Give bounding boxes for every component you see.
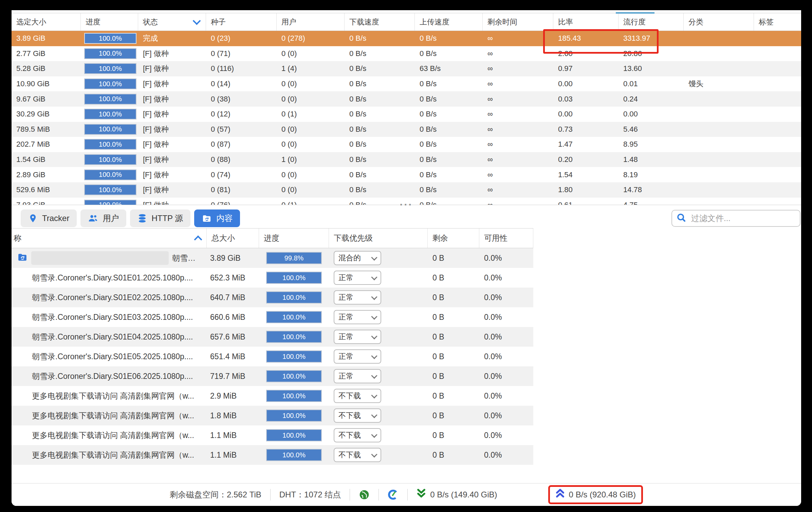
column-header-eta[interactable]: 剩余时间 <box>483 13 553 31</box>
tab-peers[interactable]: 用户 <box>80 209 126 227</box>
splitter-handle-icon[interactable]: ··· <box>400 199 413 211</box>
file-row-root-folder[interactable]: 朝雪… 3.89 GiB 99.8% 混合的 0 B 0.0% <box>12 248 533 268</box>
chevron-down-icon <box>371 353 377 359</box>
torrent-row[interactable]: 529.6 MiB 100.0% [F] 做种 0 (81) 0 (0) 0 B… <box>12 182 801 198</box>
column-header-remaining[interactable]: 剩余 <box>428 228 479 248</box>
file-row[interactable]: 朝雪录.Coroner's.Diary.S01E03.2025.1080p...… <box>12 307 533 327</box>
chevron-down-icon <box>371 451 377 457</box>
file-progress-bar: 100.0% <box>266 409 322 422</box>
progress-bar: 100.0% <box>84 184 136 195</box>
torrent-row[interactable]: 2.77 GiB 100.0% [F] 做种 0 (71) 0 (0) 0 B/… <box>12 46 801 61</box>
priority-dropdown[interactable]: 正常 <box>334 369 381 383</box>
torrent-row-selected[interactable]: 3.89 GiB 100.0% 完成 0 (23) 0 (278) 0 B/s … <box>12 31 801 46</box>
file-row[interactable]: 朝雪录.Coroner's.Diary.S01E04.2025.1080p...… <box>12 327 533 347</box>
chevron-down-icon <box>371 333 377 339</box>
tab-http-sources[interactable]: HTTP 源 <box>130 209 190 227</box>
priority-dropdown[interactable]: 正常 <box>334 271 381 285</box>
content-table-header: 称 总大小 进度 下载优先级 剩余 可用性 <box>12 228 533 248</box>
column-header-file-progress[interactable]: 进度 <box>259 228 329 248</box>
progress-bar: 100.0% <box>84 109 136 120</box>
column-header-up-speed[interactable]: 上传速度 <box>415 13 483 31</box>
file-filter-box <box>671 210 800 227</box>
priority-dropdown[interactable]: 不下载 <box>334 448 381 462</box>
column-header-down-speed[interactable]: 下载速度 <box>345 13 415 31</box>
column-header-size[interactable]: 选定大小 <box>12 13 81 31</box>
file-row[interactable]: 更多电视剧集下载请访问 高清剧集网官网（w... 2.9 MiB 100.0% … <box>12 386 533 406</box>
file-row[interactable]: 朝雪录.Coroner's.Diary.S01E01.2025.1080p...… <box>12 268 533 288</box>
progress-bar: 100.0% <box>84 63 136 74</box>
double-chevron-down-icon <box>417 489 426 501</box>
torrent-table-header: 选定大小 进度 状态 种子 用户 下载速度 上传速度 剩余时间 比率 流行度 分… <box>12 13 801 31</box>
free-disk-space: 剩余磁盘空间：2.562 TiB <box>170 489 261 500</box>
priority-dropdown[interactable]: 不下载 <box>334 389 381 403</box>
tab-content[interactable]: 内容 <box>194 209 240 227</box>
column-header-popularity[interactable]: 流行度 <box>619 13 684 31</box>
file-row[interactable]: 朝雪录.Coroner's.Diary.S01E05.2025.1080p...… <box>12 347 533 366</box>
torrent-row[interactable]: 202.7 MiB 100.0% [F] 做种 0 (87) 0 (0) 0 B… <box>12 137 801 152</box>
file-filter-input[interactable] <box>690 213 796 223</box>
file-progress-bar: 100.0% <box>266 331 322 343</box>
chevron-down-icon <box>371 392 377 398</box>
progress-bar: 100.0% <box>84 124 136 135</box>
file-row[interactable]: 更多电视剧集下载请访问 高清剧集网官网（w... 1.1 MiB 100.0% … <box>12 425 533 445</box>
speed-limits-gauge-icon[interactable] <box>388 489 399 500</box>
torrent-row[interactable]: 2.89 GiB 100.0% [F] 做种 0 (74) 0 (0) 0 B/… <box>12 167 801 182</box>
dht-nodes: DHT：1072 结点 <box>279 489 341 500</box>
torrent-row[interactable]: 1.54 GiB 100.0% [F] 做种 0 (88) 1 (0) 0 B/… <box>12 152 801 167</box>
file-row[interactable]: 朝雪录.Coroner's.Diary.S01E06.2025.1080p...… <box>12 366 533 386</box>
file-progress-bar: 100.0% <box>266 370 322 382</box>
download-speed-status[interactable]: 0 B/s (149.40 GiB) <box>417 489 497 501</box>
upload-speed-status[interactable]: 0 B/s (920.48 GiB) <box>555 489 636 501</box>
progress-bar: 100.0% <box>84 154 136 165</box>
priority-dropdown[interactable]: 正常 <box>334 349 381 364</box>
column-header-category[interactable]: 分类 <box>684 13 754 31</box>
torrent-row[interactable]: 30.29 GiB 100.0% [F] 做种 0 (12) 0 (1) 0 B… <box>12 107 801 122</box>
chevron-down-icon <box>371 432 377 438</box>
torrent-row[interactable]: 10.90 GiB 100.0% [F] 做种 0 (14) 0 (0) 0 B… <box>12 76 801 92</box>
panel-splitter[interactable]: ··· <box>12 205 801 210</box>
file-row[interactable]: 更多电视剧集下载请访问 高清剧集网官网（w... 1.1 MiB 100.0% … <box>12 445 533 465</box>
torrent-row[interactable]: 9.67 GiB 100.0% [F] 做种 0 (38) 0 (0) 0 B/… <box>12 91 801 107</box>
sort-chevron-up-icon <box>194 235 202 243</box>
column-header-total-size[interactable]: 总大小 <box>207 228 259 248</box>
file-progress-bar: 100.0% <box>266 291 322 304</box>
column-header-users[interactable]: 用户 <box>277 13 345 31</box>
annotation-box-upload-speed: 0 B/s (920.48 GiB) <box>548 485 643 504</box>
redacted-name-blur <box>31 251 169 265</box>
chevron-down-icon <box>371 254 377 260</box>
priority-dropdown[interactable]: 不下载 <box>334 408 381 423</box>
column-header-availability[interactable]: 可用性 <box>479 228 533 248</box>
status-bar: 剩余磁盘空间：2.562 TiB DHT：1072 结点 0 B/s (149.… <box>12 483 801 506</box>
column-header-progress[interactable]: 进度 <box>81 13 138 31</box>
column-header-name[interactable]: 称 <box>12 228 207 248</box>
file-row[interactable]: 更多电视剧集下载请访问 高清剧集网官网（w... 1.8 MiB 100.0% … <box>12 406 533 425</box>
priority-dropdown[interactable]: 正常 <box>334 290 381 305</box>
folder-sync-icon <box>202 214 212 223</box>
column-header-tag[interactable]: 标签 <box>754 13 801 31</box>
search-icon <box>676 213 686 224</box>
column-header-priority[interactable]: 下载优先级 <box>329 228 428 248</box>
column-header-seeds[interactable]: 种子 <box>206 13 277 31</box>
statusbar-divider <box>379 489 379 500</box>
tab-tracker[interactable]: Tracker <box>21 209 77 227</box>
database-icon <box>137 214 147 223</box>
torrent-row[interactable]: 789.5 MiB 100.0% [F] 做种 0 (57) 0 (0) 0 B… <box>12 122 801 137</box>
content-table: 称 总大小 进度 下载优先级 剩余 可用性 朝雪… 3.89 GiB 99.8%… <box>12 228 533 465</box>
priority-dropdown[interactable]: 正常 <box>334 330 381 344</box>
priority-dropdown[interactable]: 不下载 <box>334 428 381 442</box>
priority-dropdown[interactable]: 正常 <box>334 310 381 324</box>
torrent-row[interactable]: 5.28 GiB 100.0% [F] 做种 0 (116) 1 (4) 0 B… <box>12 61 801 76</box>
file-progress-bar: 100.0% <box>266 429 322 441</box>
file-row[interactable]: 朝雪录.Coroner's.Diary.S01E02.2025.1080p...… <box>12 288 533 307</box>
file-progress-bar: 99.8% <box>266 252 322 264</box>
connection-status-globe-icon[interactable] <box>359 489 370 500</box>
column-header-status[interactable]: 状态 <box>138 13 206 31</box>
chevron-down-icon <box>371 274 377 280</box>
priority-dropdown[interactable]: 混合的 <box>334 251 381 265</box>
torrent-client-window: 选定大小 进度 状态 种子 用户 下载速度 上传速度 剩余时间 比率 流行度 分… <box>12 10 801 506</box>
statusbar-divider <box>270 489 271 500</box>
popularity-column-highlight <box>616 12 654 14</box>
progress-bar: 100.0% <box>84 169 136 180</box>
column-header-ratio[interactable]: 比率 <box>553 13 619 31</box>
map-pin-icon <box>28 214 38 223</box>
